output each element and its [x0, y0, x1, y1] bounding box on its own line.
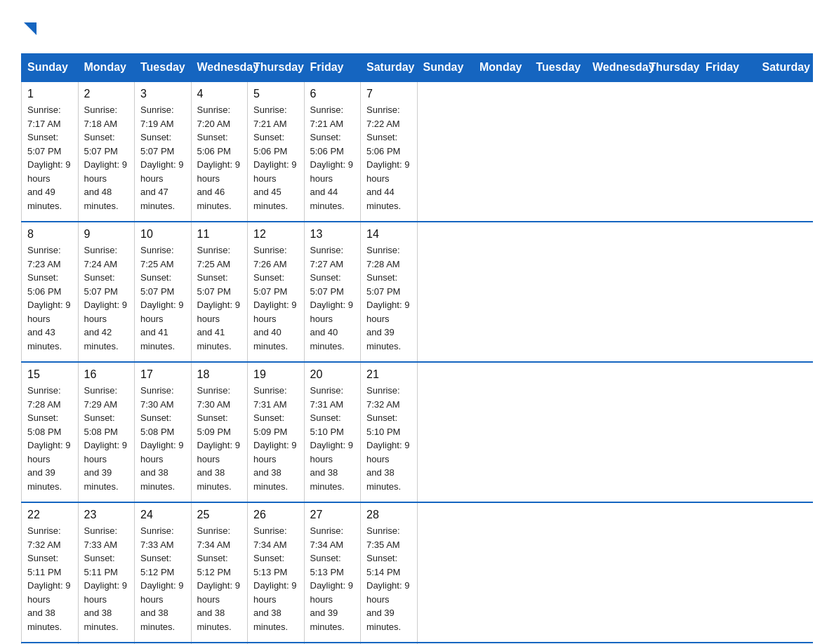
day-info: Sunrise: 7:20 AMSunset: 5:06 PMDaylight:…: [197, 103, 242, 213]
day-number: 22: [27, 509, 72, 521]
day-number: 14: [366, 228, 411, 241]
day-number: 27: [310, 509, 355, 521]
calendar-cell: 18Sunrise: 7:30 AMSunset: 5:09 PMDayligh…: [191, 362, 248, 502]
header-friday: Friday: [304, 54, 361, 82]
calendar-cell: 2Sunrise: 7:18 AMSunset: 5:07 PMDaylight…: [78, 81, 135, 222]
day-info: Sunrise: 7:30 AMSunset: 5:08 PMDaylight:…: [140, 384, 185, 493]
day-info: Sunrise: 7:19 AMSunset: 5:07 PMDaylight:…: [140, 103, 185, 213]
calendar-cell: 21Sunrise: 7:32 AMSunset: 5:10 PMDayligh…: [361, 362, 418, 502]
calendar-week-1: 1Sunrise: 7:17 AMSunset: 5:07 PMDaylight…: [22, 81, 813, 222]
calendar-cell: 12Sunrise: 7:26 AMSunset: 5:07 PMDayligh…: [248, 222, 305, 362]
day-number: 25: [197, 509, 242, 521]
day-info: Sunrise: 7:34 AMSunset: 5:12 PMDaylight:…: [197, 524, 242, 633]
day-info: Sunrise: 7:26 AMSunset: 5:07 PMDaylight:…: [253, 243, 298, 353]
calendar-cell: 7Sunrise: 7:22 AMSunset: 5:06 PMDaylight…: [361, 81, 418, 222]
day-info: Sunrise: 7:28 AMSunset: 5:08 PMDaylight:…: [27, 384, 72, 493]
day-info: Sunrise: 7:33 AMSunset: 5:12 PMDaylight:…: [140, 524, 185, 633]
calendar-table: SundayMondayTuesdayWednesdayThursdayFrid…: [21, 53, 813, 644]
day-number: 11: [197, 228, 242, 241]
calendar-header-row: SundayMondayTuesdayWednesdayThursdayFrid…: [22, 54, 813, 82]
day-info: Sunrise: 7:25 AMSunset: 5:07 PMDaylight:…: [140, 243, 185, 353]
header-monday: Monday: [78, 54, 135, 82]
header-day-sunday: Sunday: [417, 54, 474, 82]
page-header: [21, 14, 813, 39]
calendar-cell: 16Sunrise: 7:29 AMSunset: 5:08 PMDayligh…: [78, 362, 135, 502]
header-sunday: Sunday: [22, 54, 79, 82]
day-number: 4: [197, 88, 242, 100]
calendar-cell: 10Sunrise: 7:25 AMSunset: 5:07 PMDayligh…: [135, 222, 192, 362]
calendar-cell: 25Sunrise: 7:34 AMSunset: 5:12 PMDayligh…: [191, 502, 248, 643]
header-day-monday: Monday: [474, 54, 531, 82]
day-info: Sunrise: 7:21 AMSunset: 5:06 PMDaylight:…: [253, 103, 298, 213]
day-number: 1: [27, 88, 72, 100]
calendar-cell: 17Sunrise: 7:30 AMSunset: 5:08 PMDayligh…: [135, 362, 192, 502]
day-number: 8: [27, 228, 72, 241]
day-info: Sunrise: 7:17 AMSunset: 5:07 PMDaylight:…: [27, 103, 72, 213]
day-number: 15: [27, 368, 72, 381]
day-info: Sunrise: 7:29 AMSunset: 5:08 PMDaylight:…: [84, 384, 129, 493]
day-number: 9: [84, 228, 129, 241]
svg-marker-0: [24, 22, 37, 35]
day-number: 2: [84, 88, 129, 100]
calendar-cell: 8Sunrise: 7:23 AMSunset: 5:06 PMDaylight…: [22, 222, 79, 362]
header-day-wednesday: Wednesday: [587, 54, 644, 82]
calendar-cell: 1Sunrise: 7:17 AMSunset: 5:07 PMDaylight…: [22, 81, 79, 222]
day-info: Sunrise: 7:23 AMSunset: 5:06 PMDaylight:…: [27, 243, 72, 353]
day-number: 6: [310, 88, 355, 100]
header-thursday: Thursday: [248, 54, 305, 82]
header-day-saturday: Saturday: [756, 54, 813, 82]
calendar-cell: 4Sunrise: 7:20 AMSunset: 5:06 PMDaylight…: [191, 81, 248, 222]
day-number: 26: [253, 509, 298, 521]
day-number: 24: [140, 509, 185, 521]
day-info: Sunrise: 7:31 AMSunset: 5:09 PMDaylight:…: [253, 384, 298, 493]
calendar-cell: 24Sunrise: 7:33 AMSunset: 5:12 PMDayligh…: [135, 502, 192, 643]
day-info: Sunrise: 7:30 AMSunset: 5:09 PMDaylight:…: [197, 384, 242, 493]
day-number: 16: [84, 368, 129, 381]
calendar-cell: 15Sunrise: 7:28 AMSunset: 5:08 PMDayligh…: [22, 362, 79, 502]
day-info: Sunrise: 7:33 AMSunset: 5:11 PMDaylight:…: [84, 524, 129, 633]
day-info: Sunrise: 7:18 AMSunset: 5:07 PMDaylight:…: [84, 103, 129, 213]
day-number: 17: [140, 368, 185, 381]
day-number: 19: [253, 368, 298, 381]
day-number: 13: [310, 228, 355, 241]
day-info: Sunrise: 7:27 AMSunset: 5:07 PMDaylight:…: [310, 243, 355, 353]
day-number: 10: [140, 228, 185, 241]
calendar-cell: 5Sunrise: 7:21 AMSunset: 5:06 PMDaylight…: [248, 81, 305, 222]
day-number: 12: [253, 228, 298, 241]
calendar-cell: 26Sunrise: 7:34 AMSunset: 5:13 PMDayligh…: [248, 502, 305, 643]
day-info: Sunrise: 7:34 AMSunset: 5:13 PMDaylight:…: [253, 524, 298, 633]
day-info: Sunrise: 7:24 AMSunset: 5:07 PMDaylight:…: [84, 243, 129, 353]
calendar-cell: 14Sunrise: 7:28 AMSunset: 5:07 PMDayligh…: [361, 222, 418, 362]
calendar-cell: 3Sunrise: 7:19 AMSunset: 5:07 PMDaylight…: [135, 81, 192, 222]
logo: [21, 21, 38, 39]
calendar-week-4: 22Sunrise: 7:32 AMSunset: 5:11 PMDayligh…: [22, 502, 813, 643]
calendar-week-3: 15Sunrise: 7:28 AMSunset: 5:08 PMDayligh…: [22, 362, 813, 502]
header-day-tuesday: Tuesday: [530, 54, 587, 82]
calendar-cell: 19Sunrise: 7:31 AMSunset: 5:09 PMDayligh…: [248, 362, 305, 502]
calendar-cell: 20Sunrise: 7:31 AMSunset: 5:10 PMDayligh…: [304, 362, 361, 502]
header-tuesday: Tuesday: [135, 54, 192, 82]
day-info: Sunrise: 7:34 AMSunset: 5:13 PMDaylight:…: [310, 524, 355, 633]
header-saturday: Saturday: [361, 54, 418, 82]
day-info: Sunrise: 7:21 AMSunset: 5:06 PMDaylight:…: [310, 103, 355, 213]
calendar-cell: 9Sunrise: 7:24 AMSunset: 5:07 PMDaylight…: [78, 222, 135, 362]
header-wednesday: Wednesday: [191, 54, 248, 82]
day-info: Sunrise: 7:31 AMSunset: 5:10 PMDaylight:…: [310, 384, 355, 493]
calendar-cell: 13Sunrise: 7:27 AMSunset: 5:07 PMDayligh…: [304, 222, 361, 362]
day-number: 7: [366, 88, 411, 100]
day-number: 20: [310, 368, 355, 381]
day-info: Sunrise: 7:25 AMSunset: 5:07 PMDaylight:…: [197, 243, 242, 353]
day-number: 21: [366, 368, 411, 381]
calendar-cell: 23Sunrise: 7:33 AMSunset: 5:11 PMDayligh…: [78, 502, 135, 643]
calendar-cell: 11Sunrise: 7:25 AMSunset: 5:07 PMDayligh…: [191, 222, 248, 362]
day-info: Sunrise: 7:32 AMSunset: 5:10 PMDaylight:…: [366, 384, 411, 493]
day-info: Sunrise: 7:22 AMSunset: 5:06 PMDaylight:…: [366, 103, 411, 213]
calendar-cell: 28Sunrise: 7:35 AMSunset: 5:14 PMDayligh…: [361, 502, 418, 643]
day-number: 23: [84, 509, 129, 521]
header-day-thursday: Thursday: [643, 54, 700, 82]
day-number: 28: [366, 509, 411, 521]
day-number: 3: [140, 88, 185, 100]
day-number: 18: [197, 368, 242, 381]
calendar-week-2: 8Sunrise: 7:23 AMSunset: 5:06 PMDaylight…: [22, 222, 813, 362]
day-info: Sunrise: 7:32 AMSunset: 5:11 PMDaylight:…: [27, 524, 72, 633]
